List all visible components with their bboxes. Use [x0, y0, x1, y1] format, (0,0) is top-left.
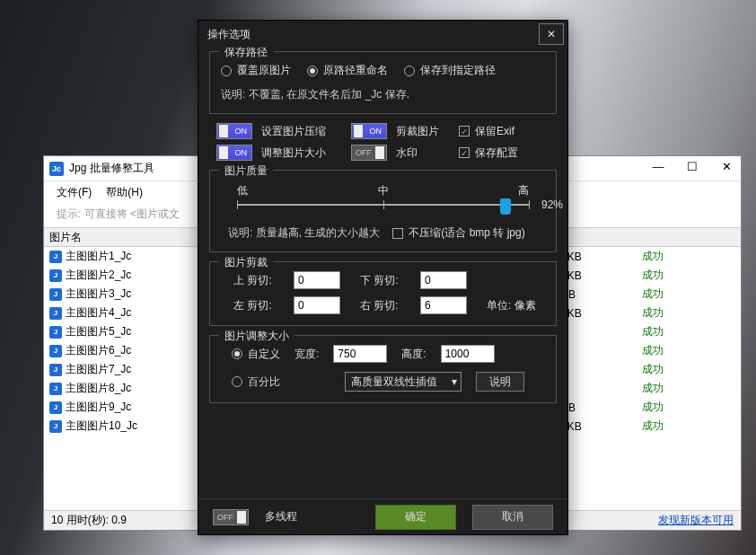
crop-top-label: 上 剪切: — [233, 273, 281, 288]
file-status: 成功 — [637, 400, 741, 415]
crop-left-label: 左 剪切: — [233, 298, 281, 313]
window-controls: — ☐ ✕ — [647, 160, 737, 173]
file-name: 主图图片6_Jc — [66, 343, 131, 358]
main-title: Jpg 批量修整工具 — [69, 161, 154, 176]
ok-button[interactable]: 确定 — [375, 505, 456, 530]
file-status: 成功 — [637, 286, 741, 302]
options-modal: 操作选项 ✕ 保存路径 覆盖原图片 原路径重命名 保存到指定路径 说明: 不覆盖… — [198, 20, 568, 535]
jpg-file-icon: J — [49, 401, 62, 414]
label-compress: 设置图片压缩 — [261, 124, 342, 139]
file-name: 主图图片9_Jc — [66, 400, 131, 415]
interp-select[interactable]: 高质量双线性插值 ▾ — [345, 372, 462, 392]
width-label: 宽度: — [294, 347, 319, 362]
file-name: 主图图片4_Jc — [66, 305, 131, 321]
menu-help[interactable]: 帮助(H) — [106, 185, 143, 200]
crop-right-input[interactable] — [420, 296, 467, 314]
crop-unit: 单位: 像素 — [487, 298, 545, 313]
file-name: 主图图片5_Jc — [66, 324, 131, 339]
radio-size-custom[interactable]: 自定义 — [232, 347, 280, 362]
modal-close-button[interactable]: ✕ — [539, 23, 564, 45]
file-status: 成功 — [637, 343, 741, 358]
check-save-config[interactable]: 保存配置 — [459, 145, 518, 161]
save-desc: 说明: 不覆盖, 在原文件名后加 _Jc 保存. — [221, 87, 545, 102]
jpg-file-icon: J — [49, 420, 62, 433]
crop-right-label: 右 剪切: — [360, 298, 408, 313]
slider-labels: 低中高 — [237, 183, 529, 198]
height-input[interactable] — [441, 345, 495, 363]
app-icon: Jc — [49, 162, 64, 176]
width-input[interactable] — [333, 345, 387, 363]
toggle-crop[interactable]: ON — [351, 123, 387, 139]
modal-titlebar: 操作选项 ✕ — [198, 21, 567, 48]
crop-bottom-label: 下 剪切: — [360, 273, 408, 288]
jpg-file-icon: J — [49, 383, 62, 395]
file-status: 成功 — [637, 305, 741, 321]
group-resize: 图片调整大小 自定义 宽度: 高度: 百分比 高质量双线性插值 ▾ 说明 — [209, 335, 557, 403]
crop-top-input[interactable] — [294, 271, 340, 289]
file-status: 成功 — [637, 381, 741, 396]
file-name: 主图图片7_Jc — [66, 362, 131, 377]
jpg-file-icon: J — [49, 251, 62, 263]
label-resize: 调整图片大小 — [261, 145, 342, 161]
quality-slider[interactable]: 92% — [237, 204, 529, 206]
file-status: 成功 — [637, 249, 741, 264]
jpg-file-icon: J — [49, 269, 62, 282]
file-status: 成功 — [637, 418, 741, 434]
jpg-file-icon: J — [49, 345, 62, 357]
modal-title: 操作选项 — [207, 27, 251, 42]
jpg-file-icon: J — [49, 288, 62, 301]
maximize-button[interactable]: ☐ — [681, 160, 703, 173]
resize-desc-button[interactable]: 说明 — [476, 372, 524, 392]
file-name: 主图图片1_Jc — [66, 249, 131, 264]
update-link[interactable]: 发现新版本可用 — [658, 513, 734, 528]
toggle-compress[interactable]: ON — [216, 123, 252, 139]
toggle-resize[interactable]: ON — [216, 145, 252, 161]
label-crop: 剪裁图片 — [396, 124, 450, 139]
close-button[interactable]: ✕ — [716, 160, 737, 173]
height-label: 高度: — [401, 347, 426, 362]
file-status: 成功 — [637, 268, 741, 283]
radio-overwrite[interactable]: 覆盖原图片 — [221, 63, 291, 78]
toggle-multithread[interactable]: OFF — [213, 509, 249, 525]
quality-desc: 说明: 质量越高, 生成的大小越大 — [228, 225, 380, 241]
jpg-file-icon: J — [49, 307, 62, 320]
group-save-path: 保存路径 覆盖原图片 原路径重命名 保存到指定路径 说明: 不覆盖, 在原文件名… — [209, 51, 557, 114]
file-status: 成功 — [637, 362, 741, 377]
crop-left-input[interactable] — [294, 296, 340, 314]
chevron-down-icon: ▾ — [452, 375, 457, 388]
radio-size-percent[interactable]: 百分比 — [232, 374, 280, 390]
check-exif[interactable]: 保留Exif — [459, 124, 514, 139]
group-crop: 图片剪裁 上 剪切: 下 剪切: 左 剪切: 右 剪切: 单位: 像素 — [209, 261, 557, 326]
modal-footer: OFF 多线程 确定 取消 — [198, 498, 567, 534]
minimize-button[interactable]: — — [647, 160, 669, 173]
check-no-compress[interactable]: 不压缩(适合 bmp 转 jpg) — [392, 225, 524, 241]
slider-value: 92% — [541, 198, 563, 211]
jpg-file-icon: J — [49, 326, 62, 339]
menu-file[interactable]: 文件(F) — [57, 185, 92, 200]
crop-bottom-input[interactable] — [420, 271, 467, 289]
label-watermark: 水印 — [396, 145, 450, 161]
file-status: 成功 — [637, 324, 741, 339]
file-name: 主图图片10_Jc — [66, 418, 137, 434]
file-name: 主图图片2_Jc — [66, 268, 131, 283]
group-title: 保存路径 — [219, 45, 273, 60]
file-name: 主图图片8_Jc — [66, 381, 131, 396]
status-left: 10 用时(秒): 0.9 — [51, 513, 127, 528]
label-multithread: 多线程 — [265, 509, 297, 524]
slider-thumb[interactable] — [500, 198, 511, 215]
group-quality: 图片质量 低中高 92% 说明: 质量越高, 生成的大小越大 不压缩(适合 bm… — [209, 170, 557, 252]
toggle-watermark[interactable]: OFF — [351, 145, 387, 161]
jpg-file-icon: J — [49, 364, 62, 376]
file-name: 主图图片3_Jc — [66, 286, 131, 302]
cancel-button[interactable]: 取消 — [472, 505, 553, 530]
radio-custom-path[interactable]: 保存到指定路径 — [404, 63, 496, 78]
radio-rename[interactable]: 原路径重命名 — [307, 63, 388, 78]
